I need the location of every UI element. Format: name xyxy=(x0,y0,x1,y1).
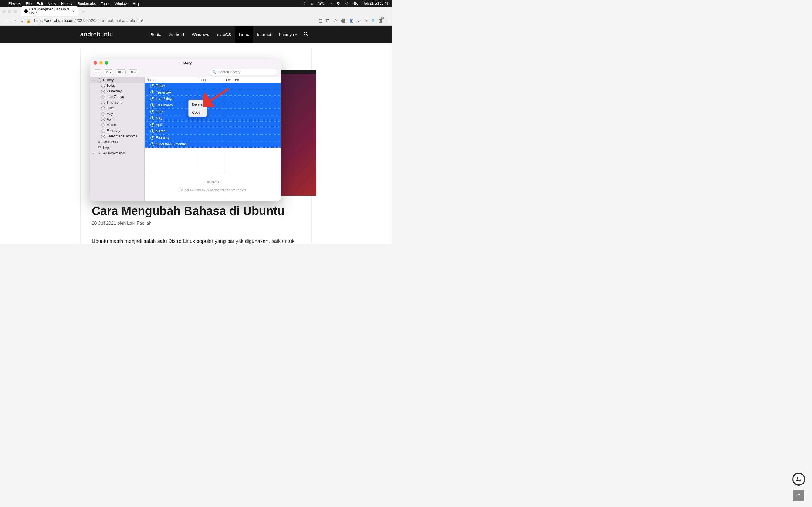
window-close-icon[interactable] xyxy=(2,10,6,13)
bookmark-star-icon[interactable]: ☆ xyxy=(334,18,337,23)
sidebar-march[interactable]: March xyxy=(90,122,144,128)
chevron-down-icon: ⌄ xyxy=(93,78,96,81)
site-search-button[interactable] xyxy=(301,32,312,38)
spotlight-icon[interactable] xyxy=(345,1,349,5)
menu-view[interactable]: View xyxy=(48,1,56,6)
extension-x-icon[interactable]: X xyxy=(371,18,374,23)
library-forward-button[interactable]: › xyxy=(98,70,99,74)
battery-icon[interactable]: ▭ xyxy=(329,1,332,5)
window-zoom-icon[interactable] xyxy=(13,10,17,13)
reader-mode-icon[interactable]: ▤ xyxy=(319,18,322,23)
extension-2-icon[interactable]: ▣ xyxy=(350,18,353,23)
menu-file[interactable]: File xyxy=(26,1,32,6)
do-not-disturb-icon[interactable]: ☾ xyxy=(303,1,306,5)
nav-linux[interactable]: Linux xyxy=(235,26,253,43)
library-views-button[interactable]: ≣ ▾ xyxy=(116,69,125,75)
bluetooth-off-icon[interactable]: ⌀ xyxy=(311,1,313,5)
lock-icon[interactable]: 🔒 xyxy=(26,18,31,23)
column-name[interactable]: Name xyxy=(145,78,199,82)
context-delete[interactable]: Delete xyxy=(189,101,207,108)
sidebar-last-7-days[interactable]: Last 7 days xyxy=(90,94,144,100)
nav-back-button[interactable]: ← xyxy=(3,18,8,23)
control-center-icon[interactable] xyxy=(354,2,358,5)
battery-percent[interactable]: 42% xyxy=(317,1,324,5)
table-row[interactable]: April xyxy=(145,122,281,128)
sidebar-may[interactable]: May xyxy=(90,111,144,117)
sidebar-june[interactable]: June xyxy=(90,105,144,111)
nav-macos[interactable]: macOS xyxy=(213,26,235,43)
table-row[interactable]: February xyxy=(145,135,281,141)
clock-icon xyxy=(101,90,105,93)
table-row[interactable]: Yesterday xyxy=(145,89,281,96)
nav-forward-button[interactable]: → xyxy=(12,18,17,23)
library-organize-button[interactable]: ⚙︎ ▾ xyxy=(104,69,113,75)
menu-history[interactable]: History xyxy=(61,1,72,6)
sidebar-april[interactable]: April xyxy=(90,117,144,122)
sidebar-today[interactable]: Today xyxy=(90,83,144,89)
article-author[interactable]: Loki Fadilah xyxy=(127,221,151,226)
extension-1-icon[interactable]: ⬤ xyxy=(341,18,346,23)
menu-bookmarks[interactable]: Bookmarks xyxy=(78,1,96,6)
library-titlebar[interactable]: Library xyxy=(90,59,281,67)
sidebar-february[interactable]: February xyxy=(90,128,144,133)
table-row[interactable]: Today xyxy=(145,83,281,89)
table-row[interactable]: Last 7 days xyxy=(145,96,281,102)
tab-title: Cara Mengubah Bahasa di Ubun xyxy=(29,7,70,15)
clock-icon xyxy=(98,78,101,82)
library-import-button[interactable]: ⇅ ▾ xyxy=(129,69,138,75)
hamburger-menu-icon[interactable]: ≡ xyxy=(386,18,388,23)
table-row[interactable]: Older than 6 months xyxy=(145,141,281,148)
svg-line-1 xyxy=(348,4,349,5)
menu-window[interactable]: Window xyxy=(115,1,128,6)
grid-view-icon[interactable]: ⊞ xyxy=(326,18,329,23)
library-toolbar: ‹ › ⚙︎ ▾ ≣ ▾ ⇅ ▾ 🔍 Search History xyxy=(90,67,281,77)
table-row[interactable]: March xyxy=(145,128,281,135)
library-back-button[interactable]: ‹ xyxy=(96,70,97,74)
nav-berita[interactable]: Berita xyxy=(146,26,165,43)
tab-close-icon[interactable]: ✕ xyxy=(72,9,75,13)
sidebar-tags[interactable]: 🏷Tags xyxy=(90,145,144,151)
library-hint: Select an item to view and edit its prop… xyxy=(145,188,281,192)
nav-windows[interactable]: Windows xyxy=(188,26,213,43)
menubar-app-name[interactable]: Firefox xyxy=(8,1,20,6)
sidebar-this-month[interactable]: This month xyxy=(90,100,144,105)
clock-icon xyxy=(101,129,105,133)
sidebar-older[interactable]: Older than 6 months xyxy=(90,133,144,139)
sidebar-yesterday[interactable]: Yesterday xyxy=(90,89,144,94)
article-paragraph: Ubuntu masih menjadi salah satu Distro L… xyxy=(92,237,300,244)
table-row[interactable]: May xyxy=(145,115,281,122)
svg-point-5 xyxy=(356,3,357,5)
menubar-right: ☾ ⌀ 42% ▭ Rab 21 Jul 10.49 xyxy=(303,1,388,5)
url-input[interactable]: https://androbuntu.com/2021/07/20/cara-u… xyxy=(34,18,315,23)
sidebar-history[interactable]: ⌄ History xyxy=(90,77,144,83)
nav-internet[interactable]: Internet xyxy=(253,26,275,43)
extension-3-icon[interactable]: ◈ xyxy=(364,18,368,23)
site-logo[interactable]: androbuntu xyxy=(80,31,113,38)
table-row[interactable]: June xyxy=(145,109,281,115)
wifi-icon[interactable] xyxy=(336,2,341,5)
library-button[interactable]: ▥0 xyxy=(378,18,382,23)
menu-edit[interactable]: Edit xyxy=(37,1,43,6)
nav-lainnya[interactable]: Lainnya▾ xyxy=(275,26,301,43)
macos-menubar: Firefox File Edit View History Bookmarks… xyxy=(0,0,392,7)
column-location[interactable]: Location xyxy=(224,78,281,82)
menu-tools[interactable]: Tools xyxy=(101,1,109,6)
library-column-headers: Name Tags Location xyxy=(145,77,281,83)
library-search-input[interactable]: 🔍 Search History xyxy=(210,69,277,75)
sidebar-all-bookmarks[interactable]: ›★All Bookmarks xyxy=(90,151,144,156)
browser-tab[interactable]: ∞ Cara Mengubah Bahasa di Ubun ✕ xyxy=(21,6,78,16)
window-minimize-icon[interactable] xyxy=(8,10,11,13)
sidebar-downloads[interactable]: ⬇Downloads xyxy=(90,139,144,145)
menu-help[interactable]: Help xyxy=(133,1,140,6)
context-copy[interactable]: Copy xyxy=(189,109,207,115)
library-empty-area[interactable] xyxy=(145,148,281,172)
table-row[interactable]: This month xyxy=(145,102,281,109)
column-tags[interactable]: Tags xyxy=(199,78,224,82)
url-security-icons: ⛉ 🔒 xyxy=(20,18,31,23)
new-tab-button[interactable]: + xyxy=(80,9,87,14)
menubar-datetime[interactable]: Rab 21 Jul 10.49 xyxy=(363,1,388,5)
clock-icon xyxy=(101,95,105,99)
nav-android[interactable]: Android xyxy=(165,26,188,43)
shield-icon[interactable]: ⛉ xyxy=(20,18,24,23)
pocket-icon[interactable]: ⌄ xyxy=(357,18,361,23)
